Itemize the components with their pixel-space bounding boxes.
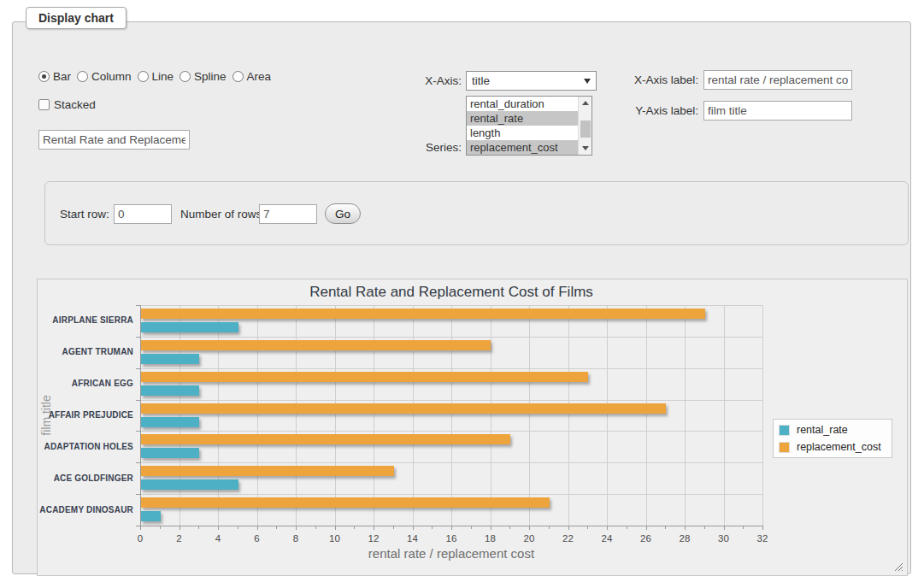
radio-area[interactable] — [232, 71, 244, 82]
radio-bar[interactable] — [38, 71, 50, 82]
scrollbar-thumb[interactable] — [580, 121, 591, 138]
category-label: AGENT TRUMAN — [38, 347, 133, 356]
start-row-label: Start row: — [60, 208, 109, 220]
category-label: AIRPLANE SIERRA — [38, 315, 133, 325]
x-axis-tick-label: 8 — [283, 533, 309, 544]
chart-type-option-line: Line — [138, 70, 174, 83]
stacked-checkbox[interactable] — [38, 99, 50, 110]
gridline-vertical — [374, 305, 374, 526]
gridline-vertical — [646, 305, 647, 526]
radio-label-area: Area — [247, 70, 272, 83]
x-axis-tick-label: 32 — [750, 533, 775, 544]
chart-type-option-bar: Bar — [38, 70, 71, 83]
x-axis-tick-label: 4 — [205, 533, 231, 544]
legend-item-replacement-cost[interactable]: replacement_cost — [779, 441, 881, 453]
bar-replacement-cost — [141, 497, 550, 508]
legend-label-replacement-cost: replacement_cost — [797, 441, 881, 453]
gridline-vertical — [762, 305, 763, 526]
x-axis-tick-label: 10 — [322, 533, 348, 544]
legend-swatch-rental-rate — [779, 425, 790, 436]
x-axis-label-label: X-Axis label: — [620, 73, 698, 86]
category-label: AFFAIR PREJUDICE — [38, 410, 133, 420]
listbox-scrollbar[interactable] — [578, 97, 591, 155]
series-option-replacement-cost[interactable]: replacement_cost — [467, 140, 578, 155]
chart-container: Rental Rate and Replacement Cost of Film… — [37, 279, 908, 576]
gridline-vertical — [257, 305, 258, 526]
x-axis-tick-label: 14 — [400, 533, 426, 544]
number-of-rows-input[interactable] — [259, 204, 317, 224]
bar-replacement-cost — [141, 372, 588, 382]
chart-type-option-spline: Spline — [180, 70, 227, 83]
chart-type-option-area: Area — [232, 70, 272, 83]
series-option-rental-duration[interactable]: rental_duration — [467, 97, 578, 111]
x-axis-tick-label: 28 — [672, 533, 697, 544]
chart-x-axis-title: rental rate / replacement cost — [140, 546, 762, 561]
x-axis-tick-label: 26 — [633, 533, 659, 544]
chart-body: Rental Rate and Replacement Cost of Film… — [38, 279, 907, 575]
legend-item-rental-rate[interactable]: rental_rate — [779, 424, 881, 436]
x-axis-tick-label: 20 — [516, 533, 542, 544]
radio-spline[interactable] — [180, 71, 191, 82]
bar-replacement-cost — [141, 434, 510, 444]
x-axis-label-input[interactable] — [703, 70, 852, 90]
x-axis-tick-label: 16 — [438, 533, 464, 544]
gridline-vertical — [451, 305, 452, 526]
x-axis-tick-label: 24 — [594, 533, 620, 544]
gridline-vertical — [413, 305, 414, 526]
chevron-down-icon — [584, 79, 591, 84]
bar-replacement-cost — [141, 466, 394, 476]
gridline-vertical — [724, 305, 725, 526]
radio-label-spline: Spline — [194, 70, 227, 83]
scroll-up-icon[interactable] — [579, 97, 592, 109]
x-axis-tick-label: 30 — [711, 533, 737, 544]
category-label: ACADEMY DINOSAUR — [38, 505, 133, 514]
x-axis-select[interactable]: title — [466, 71, 597, 91]
scroll-down-icon[interactable] — [579, 142, 592, 155]
x-axis-tick-label: 22 — [556, 533, 581, 544]
number-of-rows-label: Number of rows: — [180, 208, 265, 220]
y-axis-label-input[interactable] — [703, 101, 852, 121]
bar-rental-rate — [141, 322, 238, 332]
gridline-vertical — [296, 305, 297, 526]
gridline-vertical — [180, 305, 180, 526]
bar-rental-rate — [141, 479, 238, 490]
bar-replacement-cost — [141, 340, 491, 350]
radio-label-bar: Bar — [53, 70, 71, 83]
legend-label-rental-rate: rental_rate — [797, 424, 848, 436]
radio-column[interactable] — [77, 71, 88, 82]
page: BarColumnLineSplineArea Stacked X-Axis: … — [0, 0, 924, 582]
series-option-rental-rate[interactable]: rental_rate — [467, 111, 578, 126]
bar-rental-rate — [141, 511, 161, 521]
y-axis-line — [140, 305, 141, 526]
bar-replacement-cost — [141, 309, 705, 319]
bar-rental-rate — [141, 448, 199, 458]
x-axis-tick — [762, 526, 763, 530]
bar-rental-rate — [141, 354, 199, 364]
chart-type-option-column: Column — [77, 70, 132, 83]
x-axis-tick-label: 6 — [244, 533, 270, 544]
bar-replacement-cost — [141, 403, 666, 414]
gridline-vertical — [685, 305, 686, 526]
x-axis-tick-label: 0 — [127, 533, 153, 544]
gridline-vertical — [568, 305, 569, 526]
x-axis-tick-label: 18 — [478, 533, 503, 544]
display-chart-panel: BarColumnLineSplineArea Stacked X-Axis: … — [12, 21, 911, 574]
rows-panel — [44, 181, 909, 245]
gridline-vertical — [218, 305, 219, 526]
category-label: ACE GOLDFINGER — [38, 473, 133, 483]
gridline-vertical — [491, 305, 491, 526]
chart-type-radios: BarColumnLineSplineArea — [38, 70, 271, 83]
series-listbox[interactable]: rental_durationrental_ratelengthreplacem… — [466, 96, 592, 156]
x-axis-tick-label: 12 — [361, 533, 386, 544]
go-button[interactable]: Go — [325, 203, 361, 224]
series-listbox-label: Series: — [397, 141, 462, 154]
x-axis-select-label: X-Axis: — [380, 74, 462, 87]
series-option-length[interactable]: length — [467, 126, 578, 140]
x-axis-tick-label: 2 — [167, 533, 192, 544]
chart-legend: rental_ratereplacement_cost — [773, 419, 892, 458]
bar-rental-rate — [141, 417, 199, 427]
chart-title-input[interactable] — [38, 130, 190, 150]
radio-label-column: Column — [91, 70, 132, 83]
start-row-input[interactable] — [114, 204, 172, 224]
radio-line[interactable] — [138, 71, 149, 82]
